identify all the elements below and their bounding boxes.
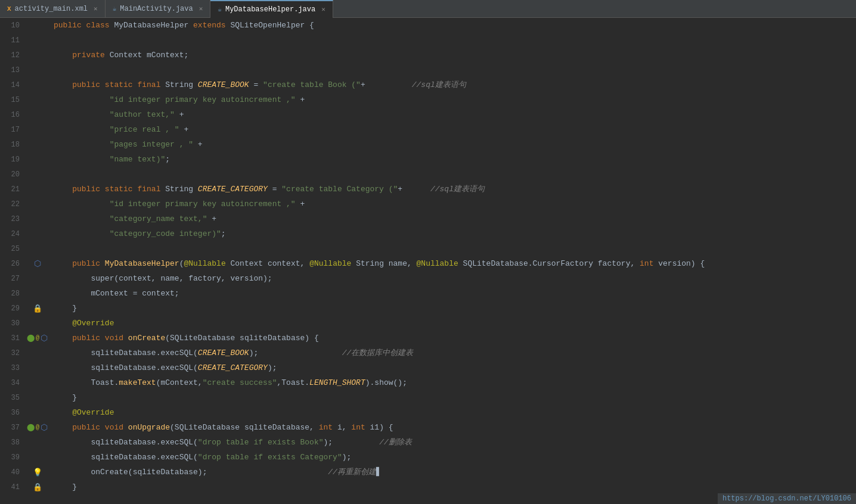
table-row: 12 private Context mContext; xyxy=(0,48,856,63)
table-row: 23 "category_name text," + xyxy=(0,211,856,226)
url-text: https://blog.csdn.net/LY010106 xyxy=(722,494,851,503)
table-row: 36 @Override xyxy=(0,405,856,420)
tab-label-activity-main: activity_main.xml xyxy=(15,5,88,13)
tab-main-activity[interactable]: ☕ MainActivity.java ✕ xyxy=(106,0,211,18)
table-row: 32 sqliteDatabase.execSQL(CREATE_BOOK); … xyxy=(0,346,856,360)
table-row: 15 "id integer primary key autoincrement… xyxy=(0,92,856,107)
close-tab-activity-main[interactable]: ✕ xyxy=(94,5,98,13)
lock-icon-41: 🔒 xyxy=(33,483,42,492)
table-row: 22 "id integer primary key autoincrement… xyxy=(0,197,856,211)
table-row: 16 "author text," + xyxy=(0,107,856,122)
table-row: 18 "pages integer , " + xyxy=(0,137,856,152)
tab-bar: X activity_main.xml ✕ ☕ MainActivity.jav… xyxy=(0,0,856,18)
tab-my-database-helper[interactable]: ☕ MyDatabaseHelper.java ✕ xyxy=(210,0,333,18)
override-indicator-37: ⬤ xyxy=(27,423,35,432)
table-row: 20 xyxy=(0,167,856,182)
bulb-icon: 💡 xyxy=(33,468,42,477)
table-row: 31 ⬤@⬡ public void onCreate(SQLiteDataba… xyxy=(0,331,856,346)
at-icon-37: @ xyxy=(36,424,39,431)
table-row: 25 xyxy=(0,241,856,256)
java-icon-1: ☕ xyxy=(113,5,117,13)
table-row: 26 ⬡ public MyDatabaseHelper(@Nullable C… xyxy=(0,256,856,271)
table-row: 24 "category_code integer)"; xyxy=(0,226,856,241)
table-row: 41 🔒 } xyxy=(0,480,856,494)
table-row: 40 💡 onCreate(sqliteDatabase); //再重新创建▋ xyxy=(0,465,856,480)
editor-container: 10 public class MyDatabaseHelper extends… xyxy=(0,18,856,504)
table-row: 17 "price real , " + xyxy=(0,122,856,137)
url-bar: https://blog.csdn.net/LY010106 xyxy=(718,493,856,504)
close-tab-my-database-helper[interactable]: ✕ xyxy=(321,5,325,13)
close-tab-main-activity[interactable]: ✕ xyxy=(199,5,203,13)
at-icon: @ xyxy=(36,335,39,341)
table-row: 27 super(context, name, factory, version… xyxy=(0,271,856,286)
table-row: 13 xyxy=(0,63,856,77)
bookmark-icon-31: ⬡ xyxy=(41,333,48,343)
table-row: 11 xyxy=(0,33,856,48)
table-row: 10 public class MyDatabaseHelper extends… xyxy=(0,18,856,33)
table-row: 37 ⬤@⬡ public void onUpgrade(SQLiteDatab… xyxy=(0,420,856,435)
lock-icon: 🔒 xyxy=(33,304,42,313)
tab-label-main-activity: MainActivity.java xyxy=(120,5,193,13)
table-row: 35 } xyxy=(0,390,856,405)
table-row: 21 public static final String CREATE_CAT… xyxy=(0,182,856,197)
table-row: 38 sqliteDatabase.execSQL("drop table if… xyxy=(0,435,856,450)
bookmark-icon-37: ⬡ xyxy=(41,422,48,433)
table-row: 30 @Override xyxy=(0,316,856,331)
override-indicator: ⬤ xyxy=(27,334,35,343)
table-row: 19 "name text)"; xyxy=(0,152,856,167)
tab-activity-main[interactable]: X activity_main.xml ✕ xyxy=(0,0,106,18)
tab-label-my-database-helper: MyDatabaseHelper.java xyxy=(225,5,315,14)
table-row: 29 🔒 } xyxy=(0,301,856,316)
table-row: 14 public static final String CREATE_BOO… xyxy=(0,77,856,92)
code-editor[interactable]: 10 public class MyDatabaseHelper extends… xyxy=(0,18,856,504)
table-row: 28 mContext = context; xyxy=(0,286,856,301)
table-row: 39 sqliteDatabase.execSQL("drop table if… xyxy=(0,450,856,465)
table-row: 33 sqliteDatabase.execSQL(CREATE_CATEGOR… xyxy=(0,360,856,375)
bookmark-icon: ⬡ xyxy=(34,259,41,269)
table-row: 34 Toast.makeText(mContext,"create succe… xyxy=(0,375,856,390)
java-icon-2: ☕ xyxy=(218,5,222,13)
xml-icon: X xyxy=(7,5,11,13)
